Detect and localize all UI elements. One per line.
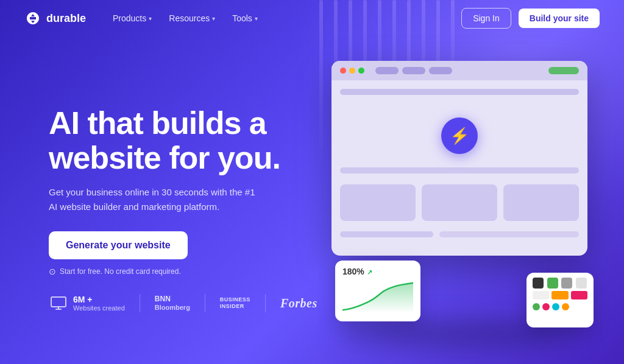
hero-title: AI that builds a website for you.: [49, 106, 329, 175]
nav-pill-green: [548, 67, 579, 74]
content-bar: [340, 89, 579, 95]
dot-yellow: [349, 68, 355, 74]
content-bar2: [340, 167, 579, 173]
dot-green: [358, 68, 364, 74]
stats-row: 6M + Websites created BNN Bloomberg BUSI…: [49, 293, 329, 313]
lightning-icon: ⚡: [450, 127, 469, 145]
stats-divider2: [205, 294, 205, 312]
navbar: durable Products ▾ Resources ▾ Tools ▾ S…: [0, 0, 624, 37]
signin-button[interactable]: Sign In: [461, 8, 511, 29]
dot-red: [340, 68, 346, 74]
check-circle-icon: ⊙: [49, 267, 56, 276]
logo-icon: [24, 10, 41, 27]
logo-text: durable: [46, 12, 86, 25]
nav-pill: [429, 67, 452, 74]
palette-swatch-wide: [533, 291, 549, 299]
content-card: [503, 184, 579, 221]
free-note: ⊙ Start for free. No credit card require…: [49, 267, 329, 276]
stats-divider: [140, 294, 140, 312]
chart-card: 180% ↗: [335, 261, 420, 321]
nav-links: Products ▾ Resources ▾ Tools ▾: [105, 10, 442, 27]
hero-illustration: ⚡ 180% ↗: [329, 49, 600, 364]
media-bnn: BNN Bloomberg: [155, 295, 190, 312]
chart-stat: 180% ↗: [342, 267, 413, 276]
palette-swatch: [547, 278, 558, 289]
logo[interactable]: durable: [24, 10, 86, 27]
content-card: [340, 184, 416, 221]
monitor-icon: [49, 293, 68, 313]
chart-svg: [342, 280, 413, 313]
palette-swatch: [533, 278, 544, 289]
browser-mockup: ⚡: [332, 61, 587, 256]
generate-website-button[interactable]: Generate your website: [49, 231, 188, 259]
nav-item-resources[interactable]: Resources ▾: [161, 10, 222, 27]
browser-dots: [340, 68, 364, 74]
palette-swatch-wide: [551, 291, 568, 299]
browser-nav-pills: [375, 67, 452, 74]
svg-rect-0: [51, 297, 66, 307]
color-palette-card: [526, 273, 594, 327]
hero-content: AI that builds a website for you. Get yo…: [49, 100, 329, 313]
stats-divider3: [265, 294, 266, 312]
hero-subtitle: Get your business online in 30 seconds w…: [49, 185, 256, 214]
media-forbes: Forbes: [280, 296, 317, 310]
build-site-button[interactable]: Build your site: [519, 9, 600, 28]
palette-grid: [533, 278, 587, 289]
chevron-down-icon: ▾: [255, 15, 258, 22]
nav-item-tools[interactable]: Tools ▾: [225, 10, 265, 27]
media-bi: BUSINESS INSIDER: [220, 296, 250, 310]
palette-swatch: [561, 278, 572, 289]
browser-titlebar: [332, 61, 587, 80]
nav-pill: [402, 67, 425, 74]
palette-swatch: [576, 278, 587, 289]
chevron-down-icon: ▾: [149, 15, 152, 22]
stat-text: 6M + Websites created: [73, 295, 125, 312]
browser-content: ⚡: [332, 80, 587, 251]
nav-actions: Sign In Build your site: [461, 8, 600, 29]
palette-row2: [533, 291, 587, 299]
content-card: [422, 184, 497, 221]
palette-swatch-wide: [571, 291, 587, 299]
nav-pill: [375, 67, 399, 74]
trend-icon: ↗: [367, 268, 372, 276]
hero-section: AI that builds a website for you. Get yo…: [0, 37, 624, 364]
stat-websites: 6M + Websites created: [49, 293, 125, 313]
nav-item-products[interactable]: Products ▾: [105, 10, 159, 27]
lightning-circle: ⚡: [441, 117, 478, 154]
chevron-down-icon: ▾: [212, 15, 215, 22]
